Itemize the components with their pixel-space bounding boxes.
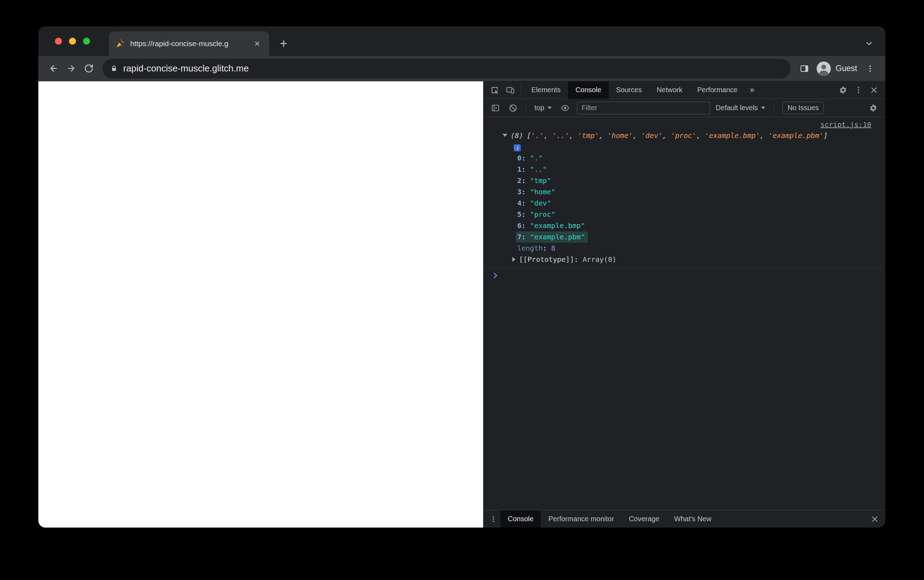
party-popper-favicon	[115, 39, 125, 49]
preview-item: '..'	[552, 131, 569, 140]
browser-toolbar: rapid-concise-muscle.glitch.me Guest	[38, 56, 885, 81]
tab-close-icon[interactable]	[252, 38, 263, 49]
drawer-tab-console[interactable]: Console	[500, 510, 541, 528]
drawer-close-icon[interactable]	[867, 510, 883, 528]
avatar-icon	[816, 61, 832, 76]
console-prompt[interactable]	[483, 268, 885, 282]
new-tab-button[interactable]: +	[276, 36, 291, 51]
expand-triangle-icon[interactable]	[512, 257, 515, 262]
devtools-tab-elements[interactable]: Elements	[524, 81, 568, 99]
separator: ,	[696, 131, 705, 140]
prototype-value: Array(0)	[583, 255, 617, 264]
chevron-down-icon	[547, 107, 552, 109]
console-array-entry: 4: "dev"	[483, 198, 885, 209]
entry-value: "home"	[530, 188, 555, 196]
entry-colon: :	[521, 199, 530, 207]
source-row: script.js:10	[483, 117, 885, 129]
drawer-tab-whats-new[interactable]: What's New	[667, 510, 719, 528]
devtools-tab-console[interactable]: Console	[568, 81, 608, 99]
tab-strip: https://rapid-concise-muscle.g +	[38, 26, 885, 56]
console-message: script.js:10 (8)['.', '..', 'tmp', 'home…	[483, 117, 885, 268]
preview-item: 'home'	[607, 131, 633, 140]
entry-value: "proc"	[530, 210, 555, 219]
window-controls	[55, 38, 90, 45]
context-selector[interactable]: top	[531, 102, 555, 114]
prototype-row: [[Prototype]]: Array(0)	[483, 254, 885, 265]
tab-list-chevron-icon[interactable]	[862, 36, 876, 50]
separator: ,	[599, 131, 607, 140]
devtools-settings-gear-icon[interactable]	[835, 81, 851, 99]
clear-console-icon[interactable]	[505, 99, 521, 117]
close-window-button[interactable]	[55, 38, 62, 45]
devtools-panel: Elements Console Sources Network Perform…	[483, 81, 885, 527]
drawer-tab-coverage[interactable]: Coverage	[621, 510, 667, 528]
lock-icon[interactable]	[110, 65, 118, 72]
filter-input[interactable]	[577, 102, 710, 114]
chevron-down-icon	[761, 107, 765, 109]
minimize-window-button[interactable]	[69, 38, 76, 45]
length-key: length	[517, 244, 543, 252]
browser-tab[interactable]: https://rapid-concise-muscle.g	[109, 31, 269, 56]
drawer-menu-kebab-icon[interactable]	[486, 510, 500, 528]
entry-key: 0	[517, 154, 521, 162]
entry-value: ".."	[530, 165, 547, 173]
issues-button[interactable]: No Issues	[783, 102, 824, 114]
devtools-menu-kebab-icon[interactable]	[851, 81, 866, 99]
info-badge-icon[interactable]: i	[514, 144, 521, 152]
page-viewport[interactable]	[38, 81, 483, 527]
back-button[interactable]	[45, 60, 62, 77]
entry-colon: :	[543, 244, 551, 252]
tab-title: https://rapid-concise-muscle.g	[130, 40, 247, 48]
devtools-close-icon[interactable]	[866, 81, 882, 99]
inspect-element-icon[interactable]	[487, 81, 503, 99]
devtools-tab-network[interactable]: Network	[649, 81, 690, 99]
divider	[774, 103, 774, 113]
bracket: [	[527, 131, 531, 140]
entry-colon: :	[521, 176, 530, 185]
drawer-tab-performance-monitor[interactable]: Performance monitor	[541, 510, 621, 528]
reload-button[interactable]	[80, 60, 97, 77]
log-levels-label: Default levels	[716, 104, 758, 112]
source-link[interactable]: script.js:10	[820, 120, 871, 129]
entry-colon: :	[521, 210, 530, 219]
eye-icon[interactable]	[557, 99, 573, 117]
device-toolbar-icon[interactable]	[503, 81, 518, 99]
side-panel-button[interactable]	[796, 60, 813, 77]
bracket: ]	[824, 131, 828, 140]
console-sidebar-icon[interactable]	[488, 99, 503, 117]
highlighted-entry: 7: "example.pbm"	[516, 232, 587, 242]
entry-value: "."	[530, 154, 543, 162]
divider	[521, 85, 521, 95]
length-value: 8	[551, 244, 555, 252]
separator: ,	[569, 131, 578, 140]
zoom-window-button[interactable]	[83, 38, 90, 45]
preview-item: 'dev'	[641, 131, 662, 140]
more-tabs-chevron[interactable]: »	[745, 85, 759, 95]
entry-key: 1	[517, 165, 521, 173]
address-bar[interactable]: rapid-concise-muscle.glitch.me	[102, 59, 791, 79]
devtools-drawer: Console Performance monitor Coverage Wha…	[483, 510, 885, 527]
forward-button[interactable]	[62, 60, 80, 77]
console-toolbar: top Default levels No Issues	[483, 99, 885, 117]
info-row: i	[483, 142, 885, 152]
console-output: script.js:10 (8)['.', '..', 'tmp', 'home…	[483, 117, 885, 510]
devtools-tab-sources[interactable]: Sources	[609, 81, 649, 99]
log-levels-selector[interactable]: Default levels	[712, 102, 769, 114]
entry-key: 3	[517, 188, 521, 196]
console-array-entry: 7: "example.pbm"	[483, 231, 885, 242]
console-array-entry: 5: "proc"	[483, 209, 885, 220]
collapse-triangle-icon[interactable]	[503, 134, 507, 137]
divider	[526, 103, 526, 113]
entry-key: 2	[517, 176, 521, 185]
console-array-entry: 2: "tmp"	[483, 175, 885, 186]
browser-menu-kebab-icon[interactable]	[862, 60, 879, 77]
preview-item: '.'	[531, 131, 544, 140]
preview-item: 'example.pbm'	[768, 131, 824, 140]
devtools-tabbar: Elements Console Sources Network Perform…	[483, 81, 885, 99]
browser-window: https://rapid-concise-muscle.g + rapid-c…	[38, 26, 885, 527]
entry-key: 5	[517, 210, 521, 219]
devtools-tab-performance[interactable]: Performance	[690, 81, 745, 99]
prototype-key: [[Prototype]]	[519, 255, 574, 264]
profile-chip[interactable]: Guest	[813, 59, 862, 78]
console-settings-gear-icon[interactable]	[866, 99, 881, 117]
